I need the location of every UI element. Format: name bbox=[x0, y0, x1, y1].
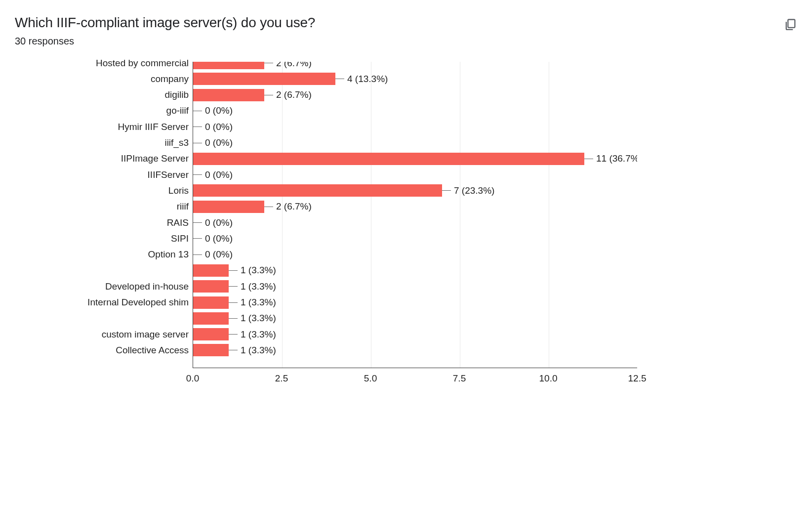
bar-connector bbox=[264, 63, 273, 63]
bar-value-label: 0 (0%) bbox=[205, 217, 233, 228]
bar-value-label: 0 (0%) bbox=[205, 105, 233, 116]
y-category-label: Developed in-house bbox=[105, 281, 189, 292]
response-count: 30 responses bbox=[15, 36, 797, 47]
bar-connector bbox=[335, 79, 344, 79]
bar-value-label: 0 (0%) bbox=[205, 249, 233, 260]
bar bbox=[193, 344, 229, 356]
bar bbox=[193, 296, 229, 309]
bar bbox=[193, 201, 264, 213]
y-category-label: SIPI bbox=[171, 233, 189, 244]
bar-connector bbox=[229, 334, 238, 335]
bar bbox=[193, 153, 584, 165]
bar-row: 0 (0%) bbox=[193, 249, 637, 261]
bar bbox=[193, 328, 229, 340]
y-category-label: Hymir IIIF Server bbox=[118, 122, 189, 132]
y-category-label: iiif_s3 bbox=[164, 137, 189, 148]
bar-connector bbox=[229, 286, 238, 287]
bar bbox=[193, 280, 229, 293]
copy-icon[interactable] bbox=[783, 18, 797, 32]
bar bbox=[193, 62, 264, 69]
page-title: Which IIIF-compliant image server(s) do … bbox=[15, 15, 315, 31]
bar-connector bbox=[229, 270, 238, 271]
svg-rect-0 bbox=[788, 20, 795, 28]
bar-value-label: 1 (3.3%) bbox=[241, 265, 276, 276]
bar-value-label: 2 (6.7%) bbox=[276, 201, 312, 212]
bar-value-label: 1 (3.3%) bbox=[241, 329, 276, 340]
y-category-label: company bbox=[151, 74, 189, 84]
bar-value-label: 0 (0%) bbox=[205, 122, 233, 132]
bar-row: 11 (36.7%) bbox=[193, 153, 637, 165]
bar-connector bbox=[229, 350, 238, 350]
y-category-label: IIIFServer bbox=[148, 169, 189, 180]
bar-connector bbox=[442, 190, 451, 191]
bar-value-label: 1 (3.3%) bbox=[241, 313, 276, 324]
bar-row: 1 (3.3%) bbox=[193, 296, 637, 309]
bar-value-label: 0 (0%) bbox=[205, 169, 233, 180]
x-tick: 5.0 bbox=[364, 373, 377, 384]
bar-value-label: 11 (36.7%) bbox=[596, 153, 637, 164]
bar bbox=[193, 312, 229, 325]
y-category-label: Loris bbox=[168, 185, 189, 196]
bar-connector bbox=[584, 159, 593, 159]
bar-value-label: 0 (0%) bbox=[205, 233, 233, 244]
plot-area: 2 (6.7%)4 (13.3%)2 (6.7%)0 (0%)0 (0%)0 (… bbox=[193, 62, 637, 368]
bar bbox=[193, 264, 229, 277]
bar-row: 0 (0%) bbox=[193, 168, 637, 181]
x-tick: 7.5 bbox=[453, 373, 466, 384]
y-category-label: IIPImage Server bbox=[121, 153, 189, 164]
x-tick: 12.5 bbox=[628, 373, 647, 384]
bar-row: 4 (13.3%) bbox=[193, 73, 637, 85]
bar bbox=[193, 73, 335, 85]
bar-value-label: 1 (3.3%) bbox=[241, 297, 276, 308]
y-category-label: Collective Access bbox=[116, 345, 189, 356]
bar-row: 0 (0%) bbox=[193, 232, 637, 245]
y-category-label: RAIS bbox=[167, 217, 189, 228]
y-category-label: Option 13 bbox=[148, 249, 189, 260]
bar-value-label: 2 (6.7%) bbox=[276, 89, 312, 100]
bar-row: 2 (6.7%) bbox=[193, 62, 637, 69]
copy-chart-icon bbox=[783, 18, 797, 32]
y-category-label: Internal Developed shim bbox=[87, 297, 189, 308]
bar-value-label: 2 (6.7%) bbox=[276, 62, 312, 69]
bar-connector bbox=[193, 174, 202, 175]
bar-connector bbox=[193, 222, 202, 223]
bar-value-label: 4 (13.3%) bbox=[347, 74, 388, 84]
y-category-label: digilib bbox=[164, 89, 189, 100]
x-tick: 2.5 bbox=[275, 373, 288, 384]
bar-row: 0 (0%) bbox=[193, 121, 637, 133]
bar-row: 0 (0%) bbox=[193, 137, 637, 149]
bar-connector bbox=[193, 126, 202, 127]
bar-row: 2 (6.7%) bbox=[193, 201, 637, 213]
bar bbox=[193, 89, 264, 101]
bar-connector bbox=[264, 207, 273, 207]
bar-connector bbox=[193, 238, 202, 239]
bar-row: 1 (3.3%) bbox=[193, 328, 637, 340]
x-tick: 10.0 bbox=[539, 373, 558, 384]
y-category-label: custom image server bbox=[102, 329, 189, 340]
bar-row: 1 (3.3%) bbox=[193, 264, 637, 277]
bar-value-label: 1 (3.3%) bbox=[241, 345, 276, 356]
bar-connector bbox=[229, 318, 238, 319]
bar-connector bbox=[193, 143, 202, 143]
x-tick: 0.0 bbox=[186, 373, 199, 384]
bar bbox=[193, 184, 442, 197]
bar-value-label: 1 (3.3%) bbox=[241, 281, 276, 292]
bar-row: 1 (3.3%) bbox=[193, 312, 637, 325]
bar-connector bbox=[264, 95, 273, 95]
bar-connector bbox=[193, 254, 202, 255]
bar-row: 1 (3.3%) bbox=[193, 280, 637, 293]
bar-connector bbox=[193, 111, 202, 111]
bar-row: 2 (6.7%) bbox=[193, 89, 637, 101]
bar-value-label: 7 (23.3%) bbox=[454, 185, 494, 196]
y-axis-labels: Hosted by commercialcompanydigilibgo-iii… bbox=[15, 62, 189, 368]
y-category-label: go-iiif bbox=[166, 105, 189, 116]
bar-chart: Hosted by commercialcompanydigilibgo-iii… bbox=[15, 62, 797, 388]
bar-row: 1 (3.3%) bbox=[193, 344, 637, 356]
bar-row: 7 (23.3%) bbox=[193, 184, 637, 197]
bar-connector bbox=[229, 302, 238, 303]
bar-value-label: 0 (0%) bbox=[205, 137, 233, 148]
x-axis: 0.02.55.07.510.012.5 bbox=[193, 368, 637, 388]
y-category-label: Hosted by commercial bbox=[96, 58, 189, 69]
bar-row: 0 (0%) bbox=[193, 216, 637, 229]
bar-row: 0 (0%) bbox=[193, 105, 637, 117]
